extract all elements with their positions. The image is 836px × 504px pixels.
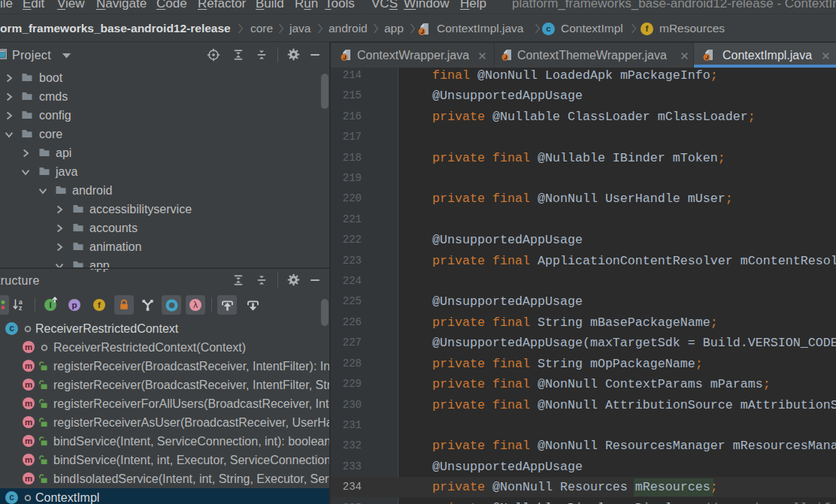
svg-text:z: z xyxy=(19,304,22,311)
